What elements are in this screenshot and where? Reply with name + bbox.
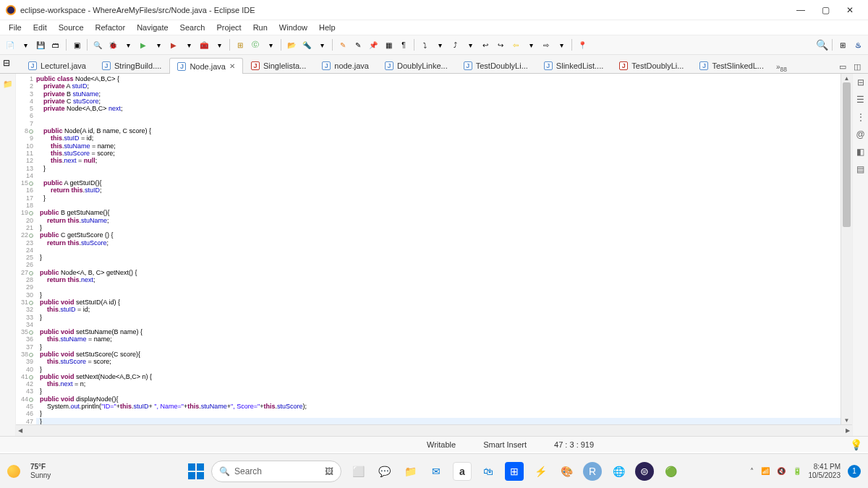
new-package-icon[interactable]: ⊞ — [233, 38, 247, 52]
scroll-left-icon[interactable]: ◀ — [16, 427, 25, 434]
tab-overflow[interactable]: »88 — [772, 63, 791, 73]
amazon-icon[interactable]: a — [453, 462, 472, 481]
step-over-icon[interactable]: ⤴ — [448, 38, 462, 52]
taskbar-clock[interactable]: 8:41 PM 10/5/2023 — [809, 463, 841, 480]
tab-lecturei-java[interactable]: JLectureI.java — [20, 57, 94, 73]
collapse-icon[interactable]: ↩ — [478, 38, 493, 52]
breadcrumb-icon[interactable]: ⊟ — [3, 58, 14, 69]
menu-run[interactable]: Run — [247, 22, 273, 33]
dropbox-icon[interactable]: ⊞ — [505, 462, 524, 481]
scroll-down-icon[interactable]: ▼ — [841, 416, 852, 424]
tab-singlelista-[interactable]: JSinglelista... — [243, 57, 314, 73]
block-select-icon[interactable]: ▦ — [381, 38, 396, 52]
app-icon-2[interactable]: 🎨 — [557, 462, 576, 481]
expand-icon[interactable]: ↪ — [493, 38, 508, 52]
close-tab-icon[interactable]: ✕ — [229, 62, 235, 70]
store-icon[interactable]: 🛍 — [479, 462, 498, 481]
menu-project[interactable]: Project — [210, 22, 247, 33]
toggle-mark-icon[interactable]: ✎ — [351, 38, 365, 52]
maximize-view-icon[interactable]: ◫ — [851, 60, 864, 73]
back-icon[interactable]: ⇦ — [509, 38, 523, 52]
chrome-icon[interactable]: 🟢 — [661, 462, 680, 481]
outline-icon[interactable]: ⋮ — [855, 111, 867, 123]
notification-badge[interactable]: 1 — [848, 465, 861, 478]
mail-icon[interactable]: ✉ — [427, 462, 446, 481]
magnify-icon[interactable]: 🔍 — [90, 38, 105, 52]
maximize-button[interactable]: ▢ — [813, 0, 838, 20]
tab-node-java[interactable]: Jnode.java — [314, 57, 377, 73]
run-icon[interactable]: ▶ — [136, 38, 150, 52]
link-icon[interactable]: @ — [855, 129, 867, 140]
outline-collapse-icon[interactable]: ⊟ — [855, 77, 867, 88]
chat-icon[interactable]: 💬 — [375, 462, 393, 481]
java-perspective-icon[interactable]: ♨ — [851, 38, 865, 52]
menu-help[interactable]: Help — [313, 22, 341, 33]
step-icon[interactable]: ⤵ — [417, 38, 432, 52]
open-type-icon[interactable]: 📂 — [284, 38, 299, 52]
battery-icon[interactable]: 🔋 — [793, 467, 801, 475]
menu-source[interactable]: Source — [53, 22, 90, 33]
tab-stringbuild-[interactable]: JStringBuild.... — [94, 57, 169, 73]
open-task-icon[interactable]: ✎ — [336, 38, 350, 52]
wifi-icon[interactable]: 📶 — [761, 467, 770, 475]
forward-icon[interactable]: ⇨ — [539, 38, 553, 52]
start-button[interactable] — [188, 463, 204, 479]
weather-icon[interactable] — [7, 465, 20, 478]
scroll-up-icon[interactable]: ▲ — [841, 74, 852, 82]
coverage-icon[interactable]: ▶ — [166, 38, 181, 52]
menu-navigate[interactable]: Navigate — [131, 22, 174, 33]
tab-slinkedlist-[interactable]: JSlinkedList.... — [536, 57, 611, 73]
java-file-icon: J — [177, 62, 186, 71]
menu-file[interactable]: File — [3, 22, 27, 33]
pin-icon[interactable]: 📌 — [366, 38, 380, 52]
search-button-icon[interactable]: 🔍 — [814, 38, 829, 52]
vertical-scrollbar[interactable]: ▲ ▼ — [841, 74, 852, 424]
tip-icon[interactable]: 💡 — [850, 439, 862, 450]
show-whitespace-icon[interactable]: ¶ — [396, 38, 411, 52]
close-button[interactable]: ✕ — [838, 0, 862, 20]
tray-chevron-icon[interactable]: ˄ — [750, 467, 754, 475]
tab-testdoublyli-[interactable]: JTestDoublyLi... — [456, 57, 536, 73]
package-explorer-icon[interactable]: 📁 — [3, 80, 13, 89]
menu-edit[interactable]: Edit — [27, 22, 53, 33]
volume-icon[interactable]: 🔇 — [777, 467, 786, 475]
scroll-thumb[interactable] — [843, 82, 851, 227]
debug-icon[interactable]: 🐞 — [106, 38, 120, 52]
menu-refactor[interactable]: Refactor — [90, 22, 132, 33]
filter-icon[interactable]: ◧ — [855, 146, 867, 158]
menu-search[interactable]: Search — [174, 22, 211, 33]
terminal-icon[interactable]: ▣ — [69, 38, 84, 52]
minimize-button[interactable]: — — [788, 0, 813, 20]
tab-doublylinke-[interactable]: JDoublyLinke... — [377, 57, 456, 73]
tab-node-java[interactable]: JNode.java✕ — [169, 58, 243, 74]
tab-testslinkedl-[interactable]: JTestSlinkedL... — [692, 57, 772, 73]
minimize-view-icon[interactable]: ▭ — [836, 60, 849, 73]
app-icon-1[interactable]: ⚡ — [531, 462, 550, 481]
ext-tools-icon[interactable]: 🧰 — [197, 38, 211, 52]
search-icon[interactable]: 🔦 — [299, 38, 314, 52]
task-list-icon[interactable]: ☰ — [855, 94, 867, 106]
menu-window[interactable]: Window — [273, 22, 313, 33]
edge-icon[interactable]: 🌐 — [609, 462, 628, 481]
tab-testdoublyli-[interactable]: JTestDoublyLi... — [611, 57, 692, 73]
rstudio-icon[interactable]: R — [583, 462, 602, 481]
task-view-icon[interactable]: ⬜ — [349, 462, 367, 481]
eclipse-app-icon[interactable]: ⊜ — [635, 462, 654, 481]
java-file-icon: J — [28, 61, 37, 70]
weather-widget[interactable]: 75°F Sunny — [30, 463, 51, 480]
dropdown-icon[interactable]: ▾ — [18, 38, 33, 52]
status-bar: Writable Smart Insert 47 : 3 : 919 💡 — [0, 436, 868, 452]
horizontal-scrollbar[interactable]: ◀ ▶ — [16, 424, 852, 436]
explorer-icon[interactable]: 📁 — [401, 462, 420, 481]
more-icon[interactable]: ▤ — [855, 163, 867, 175]
open-perspective-icon[interactable]: ⊞ — [835, 38, 850, 52]
tab-label: TestDoublyLi... — [631, 61, 684, 70]
scroll-right-icon[interactable]: ▶ — [843, 427, 852, 434]
save-icon[interactable]: 💾 — [33, 38, 48, 52]
pin-editor-icon[interactable]: 📍 — [575, 38, 590, 52]
new-class-icon[interactable]: Ⓒ — [248, 38, 263, 52]
code-editor[interactable]: public class Node<A,B,C> { private A stu… — [36, 74, 841, 424]
save-all-icon[interactable]: 🗃 — [48, 38, 63, 52]
new-icon[interactable]: 📄 — [3, 38, 17, 52]
taskbar-search[interactable]: 🔍 Search 🖼 — [211, 461, 341, 482]
